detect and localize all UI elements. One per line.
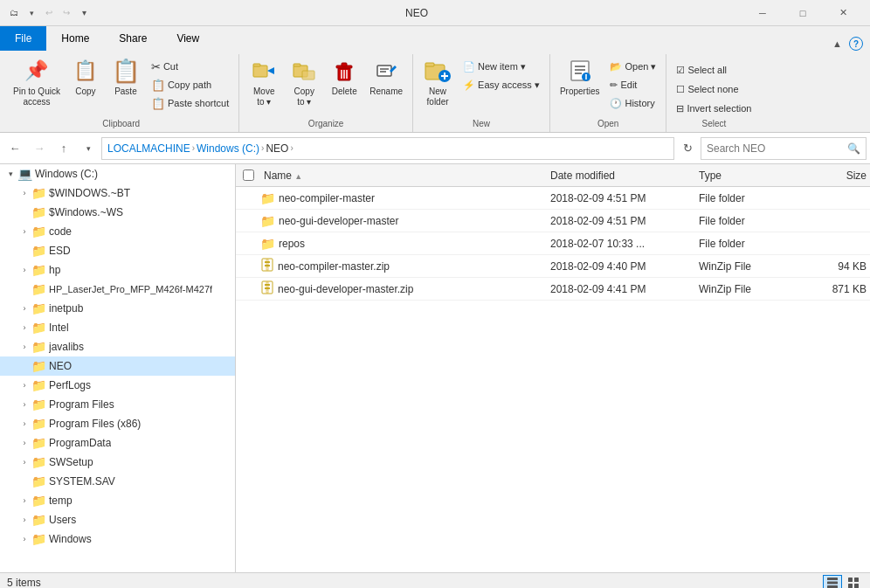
sidebar-item-hp[interactable]: › 📁 hp [0, 260, 235, 280]
invert-selection-button[interactable]: ⊟ Invert selection [672, 100, 756, 117]
move-to-button[interactable]: Moveto ▾ [245, 54, 283, 110]
search-input[interactable] [707, 142, 847, 155]
svg-rect-12 [377, 66, 391, 76]
open-btn[interactable]: 📂 Open ▾ [605, 58, 660, 75]
sidebar-item-neo[interactable]: 📁 NEO [0, 356, 235, 376]
sidebar-item-program-files[interactable]: › 📁 Program Files [0, 395, 235, 414]
check-neo-gui-zip[interactable] [236, 283, 260, 294]
sidebar-item-system-sav[interactable]: 📁 SYSTEM.SAV [0, 472, 235, 491]
select-all-button[interactable]: ☑ Select all [672, 61, 756, 79]
back-button[interactable]: ← [3, 137, 26, 160]
details-view-icon [826, 577, 839, 589]
code-icon: 📁 [31, 225, 46, 239]
copy-button[interactable]: 📋 Copy [66, 54, 105, 107]
clipboard-small-btns: ✂ Cut 📋 Copy path 📋 Paste shortcut [147, 54, 233, 112]
details-view-button[interactable] [823, 575, 842, 589]
undo-icon[interactable]: ↩ [42, 6, 56, 20]
sidebar-item-esd[interactable]: 📁 ESD [0, 241, 235, 260]
copy-path-button[interactable]: 📋 Copy path [147, 76, 233, 93]
system-sav-label: SYSTEM.SAV [49, 475, 115, 488]
sidebar-item-javalibs[interactable]: › 📁 javalibs [0, 337, 235, 356]
neo-gui-zip-type: WinZip File [695, 283, 800, 295]
easy-access-button[interactable]: ⚡ Easy access ▾ [459, 76, 544, 93]
paste-shortcut-button[interactable]: 📋 Paste shortcut [147, 94, 233, 112]
windows-c-icon: 💻 [17, 167, 32, 181]
sidebar-item-code[interactable]: › 📁 code [0, 222, 235, 241]
history-button[interactable]: 🕐 History [605, 94, 660, 112]
select-all-checkbox[interactable] [243, 169, 254, 181]
sidebar-item-swsetup[interactable]: › 📁 SWSetup [0, 453, 235, 472]
select-none-button[interactable]: ☐ Select none [672, 80, 756, 98]
maximize-button[interactable]: □ [783, 0, 823, 26]
windows-ws-label: $Windows.~WS [49, 206, 123, 218]
up-button[interactable]: ↑ [52, 137, 75, 160]
tab-view[interactable]: View [162, 26, 214, 51]
rename-button[interactable]: Rename [365, 54, 407, 107]
tab-home[interactable]: Home [46, 26, 104, 51]
refresh-button[interactable]: ↻ [676, 137, 699, 160]
sidebar-item-windows-c[interactable]: ▾ 💻 Windows (C:) [0, 164, 235, 183]
tab-share[interactable]: Share [104, 26, 162, 51]
sidebar-item-intel[interactable]: › 📁 Intel [0, 318, 235, 337]
close-button[interactable]: ✕ [823, 0, 863, 26]
breadcrumb-part-localmachine[interactable]: LOCALMACHINE [107, 142, 190, 155]
col-header-type[interactable]: Type [695, 169, 800, 182]
sidebar-item-temp[interactable]: › 📁 temp [0, 491, 235, 510]
copy-to-button[interactable]: Copyto ▾ [285, 54, 323, 110]
redo-icon[interactable]: ↪ [59, 6, 73, 20]
col-header-size[interactable]: Size [800, 169, 870, 182]
minimize-button[interactable]: ─ [742, 0, 783, 26]
pin-quick-access-button[interactable]: 📌 Pin to Quickaccess [9, 54, 65, 110]
properties-button[interactable]: Properties [556, 54, 604, 107]
sidebar-item-hp-laser[interactable]: 📁 HP_LaserJet_Pro_MFP_M426f-M427f [0, 280, 235, 299]
expand-perflogs: › [17, 381, 31, 390]
breadcrumb-sep-3: › [290, 143, 293, 153]
header-check[interactable] [236, 169, 260, 181]
breadcrumb-part-windows-c[interactable]: Windows (C:) [197, 142, 259, 155]
check-neo-compiler-zip[interactable] [236, 260, 260, 272]
cut-button[interactable]: ✂ Cut [147, 58, 233, 75]
copy-path-label: Copy path [168, 80, 211, 90]
tiles-view-button[interactable] [844, 575, 863, 589]
sidebar-item-program-files-x86[interactable]: › 📁 Program Files (x86) [0, 414, 235, 433]
forward-button[interactable]: → [28, 137, 51, 160]
sidebar-item-perflogs[interactable]: › 📁 PerfLogs [0, 376, 235, 395]
tab-file[interactable]: File [0, 26, 46, 51]
ribbon-collapse-btn[interactable]: ▲ [829, 37, 846, 51]
ribbon-group-organize: Moveto ▾ Copyto ▾ [239, 54, 413, 132]
check-neo-compiler-dir[interactable] [236, 192, 260, 204]
file-row-neo-gui-zip[interactable]: neo-gui-developer-master.zip 2018-02-09 … [236, 278, 870, 301]
paste-button[interactable]: 📋 Paste [107, 54, 145, 107]
new-folder-button[interactable]: Newfolder [418, 54, 457, 110]
file-row-repos[interactable]: 📁 repos 2018-02-07 10:33 ... File folder [236, 232, 870, 255]
copy-to-icon [290, 57, 318, 85]
tiles-view-icon [847, 577, 860, 589]
ribbon-tab-bar: File Home Share View ▲ ? [0, 26, 870, 51]
check-neo-gui-dir[interactable] [236, 215, 260, 226]
svg-rect-4 [293, 64, 300, 66]
view-toggle-buttons [823, 575, 863, 589]
edit-button[interactable]: ✏ Edit [605, 76, 660, 93]
file-row-neo-compiler-dir[interactable]: 📁 neo-compiler-master 2018-02-09 4:51 PM… [236, 187, 870, 210]
copy-label: Copy [75, 86, 95, 97]
sidebar-item-windows[interactable]: › 📁 Windows [0, 529, 235, 549]
col-header-name[interactable]: Name ▲ [260, 169, 547, 182]
move-to-label: Moveto ▾ [253, 86, 274, 107]
delete-button[interactable]: Delete [325, 54, 363, 107]
properties-label: Properties [560, 86, 600, 97]
sidebar-item-users[interactable]: › 📁 Users [0, 510, 235, 529]
customize-icon[interactable]: ▾ [77, 6, 91, 20]
help-btn[interactable]: ? [849, 37, 863, 51]
sidebar-item-inetpub[interactable]: › 📁 inetpub [0, 299, 235, 318]
recent-locations-button[interactable]: ▾ [77, 137, 100, 160]
sidebar-item-windows-bt[interactable]: › 📁 $WINDOWS.~BT [0, 183, 235, 203]
new-item-button[interactable]: 📄 New item ▾ [459, 58, 544, 75]
file-row-neo-compiler-zip[interactable]: neo-compiler-master.zip 2018-02-09 4:40 … [236, 255, 870, 278]
col-header-date[interactable]: Date modified [547, 169, 695, 182]
neo-compiler-zip-icon [260, 258, 274, 274]
sidebar-item-windows-ws[interactable]: 📁 $Windows.~WS [0, 203, 235, 222]
file-row-neo-gui-dir[interactable]: 📁 neo-gui-developer-master 2018-02-09 4:… [236, 210, 870, 232]
check-repos[interactable] [236, 238, 260, 249]
app-icon: 🗂 [7, 6, 21, 20]
sidebar-item-programdata[interactable]: › 📁 ProgramData [0, 433, 235, 453]
